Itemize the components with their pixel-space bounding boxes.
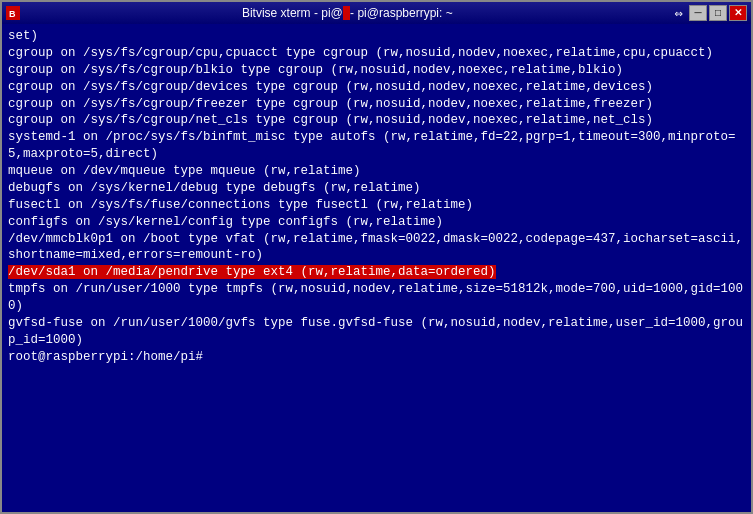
terminal-line: cgroup on /sys/fs/cgroup/blkio type cgro… (8, 62, 745, 79)
title-bar-text: Bitvise xterm - pi@ - pi@raspberrypi: ~ (20, 6, 675, 20)
maximize-button[interactable]: □ (709, 5, 727, 21)
terminal-line: set) (8, 28, 745, 45)
svg-text:B: B (9, 9, 16, 19)
app-icon: B (6, 6, 20, 20)
redirect-icon: ⇔ (675, 5, 683, 22)
terminal-line: cgroup on /sys/fs/cgroup/net_cls type cg… (8, 112, 745, 129)
highlighted-line: /dev/sda1 on /media/pendrive type ext4 (… (8, 265, 496, 279)
terminal-line: /dev/mmcblk0p1 on /boot type vfat (rw,re… (8, 231, 745, 265)
terminal-line: mqueue on /dev/mqueue type mqueue (rw,re… (8, 163, 745, 180)
terminal-line: gvfsd-fuse on /run/user/1000/gvfs type f… (8, 315, 745, 349)
title-username (343, 6, 350, 20)
title-prefix: Bitvise xterm - pi@ (242, 6, 343, 20)
terminal-line: /dev/sda1 on /media/pendrive type ext4 (… (8, 264, 745, 281)
terminal-line: systemd-1 on /proc/sys/fs/binfmt_misc ty… (8, 129, 745, 163)
title-bar: B Bitvise xterm - pi@ - pi@raspberrypi: … (2, 2, 751, 24)
terminal-window: B Bitvise xterm - pi@ - pi@raspberrypi: … (0, 0, 753, 514)
terminal-body[interactable]: set)cgroup on /sys/fs/cgroup/cpu,cpuacct… (2, 24, 751, 512)
terminal-line: fusectl on /sys/fs/fuse/connections type… (8, 197, 745, 214)
terminal-line: tmpfs on /run/user/1000 type tmpfs (rw,n… (8, 281, 745, 315)
title-bar-buttons: ⇔ ─ □ ✕ (675, 5, 747, 22)
terminal-line: cgroup on /sys/fs/cgroup/freezer type cg… (8, 96, 745, 113)
terminal-line: root@raspberrypi:/home/pi# (8, 349, 745, 366)
close-button[interactable]: ✕ (729, 5, 747, 21)
title-bar-left: B (6, 6, 20, 20)
terminal-line: cgroup on /sys/fs/cgroup/devices type cg… (8, 79, 745, 96)
terminal-line: debugfs on /sys/kernel/debug type debugf… (8, 180, 745, 197)
title-suffix: - pi@raspberrypi: ~ (350, 6, 453, 20)
minimize-button[interactable]: ─ (689, 5, 707, 21)
terminal-line: cgroup on /sys/fs/cgroup/cpu,cpuacct typ… (8, 45, 745, 62)
terminal-line: configfs on /sys/kernel/config type conf… (8, 214, 745, 231)
